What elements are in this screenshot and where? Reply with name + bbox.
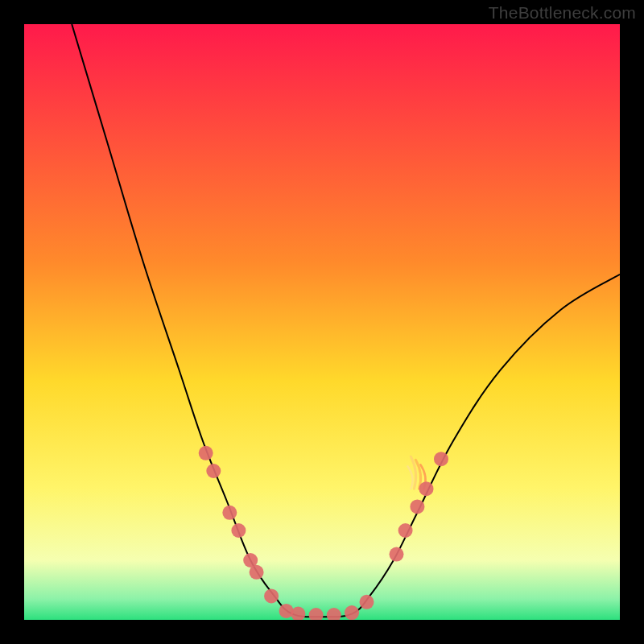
data-marker: [434, 452, 448, 466]
data-marker: [250, 565, 264, 580]
bottleneck-chart: [0, 0, 644, 644]
data-marker: [345, 605, 359, 620]
data-marker: [264, 588, 279, 603]
chart-stage: TheBottleneck.com: [0, 0, 644, 644]
data-marker: [222, 506, 237, 520]
attribution-label: TheBottleneck.com: [489, 3, 636, 23]
data-marker: [291, 607, 305, 621]
data-marker: [231, 523, 246, 538]
data-marker: [309, 608, 324, 622]
data-marker: [398, 523, 413, 538]
data-marker: [206, 464, 221, 478]
data-marker: [410, 499, 424, 514]
data-marker: [327, 608, 341, 622]
data-marker: [390, 547, 404, 562]
data-marker: [419, 481, 434, 496]
data-marker: [360, 595, 374, 609]
data-marker: [199, 446, 213, 460]
plot-background: [24, 24, 620, 620]
